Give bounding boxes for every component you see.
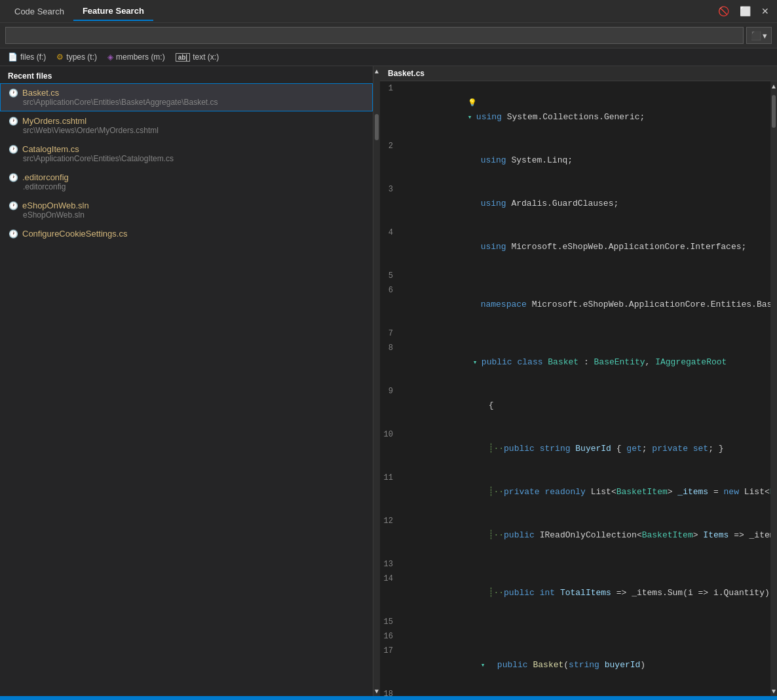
recent-file-path-3: .editorconfig bbox=[23, 182, 364, 191]
code-line-12: 12 ┊··public IReadOnlyCollection<BasketI… bbox=[380, 514, 770, 557]
line-num-6: 6 bbox=[380, 283, 404, 298]
scroll-thumb[interactable] bbox=[375, 114, 379, 140]
filter-members-label: members (m:) bbox=[116, 52, 165, 62]
filter-text-label: text (x:) bbox=[193, 52, 219, 62]
recent-item-0[interactable]: 🕐 Basket.cs src\ApplicationCore\Entities… bbox=[0, 83, 373, 111]
clock-icon-0: 🕐 bbox=[9, 88, 18, 98]
recent-item-name-0: 🕐 Basket.cs bbox=[9, 88, 364, 98]
members-icon: ◈ bbox=[107, 52, 113, 62]
line-num-3: 3 bbox=[380, 182, 404, 197]
title-bar-actions: 🚫 ⬜ ✕ bbox=[715, 5, 772, 18]
line-num-8: 8 bbox=[380, 341, 404, 355]
code-line-6: 6 namespace Microsoft.eShopWeb.Applicati… bbox=[380, 283, 770, 326]
recent-files-header: Recent files bbox=[0, 66, 373, 83]
recent-item-3[interactable]: 🕐 .editorconfig .editorconfig bbox=[0, 168, 373, 196]
line-num-15: 15 bbox=[380, 615, 404, 629]
line-num-5: 5 bbox=[380, 269, 404, 283]
left-panel-scrollbar[interactable]: ▲ ▼ bbox=[373, 66, 380, 696]
filter-types-label: types (t:) bbox=[66, 52, 97, 62]
line-num-11: 11 bbox=[380, 471, 404, 485]
code-scroll-up[interactable]: ▲ bbox=[770, 81, 777, 90]
filter-members[interactable]: ◈ members (m:) bbox=[107, 52, 165, 62]
left-panel: Recent files 🕐 Basket.cs src\Application… bbox=[0, 66, 373, 696]
code-editor[interactable]: 1 💡 ▾ using System.Collections.Generic; … bbox=[380, 81, 770, 696]
restore-icon[interactable]: ⬜ bbox=[737, 5, 753, 18]
recent-files-list: 🕐 Basket.cs src\ApplicationCore\Entities… bbox=[0, 83, 373, 696]
line-content-5 bbox=[404, 269, 768, 283]
scroll-up-arrow[interactable]: ▲ bbox=[373, 66, 380, 75]
line-content-18: { bbox=[404, 687, 768, 696]
code-line-3: 3 using Ardalis.GuardClauses; bbox=[380, 182, 770, 225]
line-content-6: namespace Microsoft.eShopWeb.Application… bbox=[404, 283, 770, 326]
recent-item-name-1: 🕐 MyOrders.cshtml bbox=[9, 116, 364, 126]
clock-icon-2: 🕐 bbox=[9, 145, 18, 154]
code-file-header: Basket.cs bbox=[380, 66, 777, 81]
close-icon[interactable]: ✕ bbox=[759, 5, 772, 18]
line-content-15 bbox=[404, 615, 768, 629]
line-content-8: ▾ public class Basket : BaseEntity, IAgg… bbox=[404, 341, 768, 384]
collapse-btn-1[interactable]: ▾ bbox=[468, 113, 476, 121]
recent-file-path-2: src\ApplicationCore\Entities\CatalogItem… bbox=[23, 154, 364, 163]
scroll-down-arrow[interactable]: ▼ bbox=[373, 688, 380, 696]
recent-file-name-3: .editorconfig bbox=[22, 172, 69, 182]
recent-file-name-5: ConfigureCookieSettings.cs bbox=[22, 229, 127, 239]
filter-text[interactable]: ab| text (x:) bbox=[176, 52, 219, 62]
collapse-btn-8[interactable]: ▾ bbox=[473, 359, 482, 366]
line-num-13: 13 bbox=[380, 557, 404, 572]
code-line-1: 1 💡 ▾ using System.Collections.Generic; bbox=[380, 81, 770, 139]
types-icon: ⚙ bbox=[56, 52, 64, 62]
recent-item-5[interactable]: 🕐 ConfigureCookieSettings.cs bbox=[0, 224, 373, 243]
code-scrollbar[interactable]: ▲ ▼ bbox=[770, 81, 777, 696]
recent-item-name-4: 🕐 eShopOnWeb.sln bbox=[9, 201, 364, 210]
recent-item-4[interactable]: 🕐 eShopOnWeb.sln eShopOnWeb.sln bbox=[0, 196, 373, 224]
right-panel: Basket.cs 1 💡 ▾ using System.Collections… bbox=[380, 66, 777, 696]
search-options-button[interactable]: ⬛ ▾ bbox=[746, 27, 772, 44]
recent-item-1[interactable]: 🕐 MyOrders.cshtml src\Web\Views\Order\My… bbox=[0, 111, 373, 140]
disable-icon[interactable]: 🚫 bbox=[715, 5, 732, 18]
code-line-5: 5 bbox=[380, 269, 770, 283]
line-content-16 bbox=[404, 629, 768, 644]
search-input[interactable] bbox=[5, 27, 744, 44]
filter-row: 📄 files (f:) ⚙ types (t:) ◈ members (m:)… bbox=[0, 49, 777, 66]
code-scroll-thumb[interactable] bbox=[772, 95, 776, 128]
line-num-1: 1 bbox=[380, 81, 404, 96]
line-content-11: ┊··private readonly List<BasketItem> _it… bbox=[404, 471, 770, 514]
line-num-14: 14 bbox=[380, 572, 404, 586]
filter-types[interactable]: ⚙ types (t:) bbox=[56, 52, 97, 62]
tab-code-search[interactable]: Code Search bbox=[5, 3, 73, 20]
recent-item-2[interactable]: 🕐 CatalogItem.cs src\ApplicationCore\Ent… bbox=[0, 140, 373, 168]
tab-feature-search[interactable]: Feature Search bbox=[73, 2, 153, 21]
code-line-11: 11 ┊··private readonly List<BasketItem> … bbox=[380, 471, 770, 514]
line-content-13 bbox=[404, 557, 768, 572]
line-content-2: using System.Linq; bbox=[404, 139, 768, 182]
line-num-7: 7 bbox=[380, 326, 404, 341]
code-line-8: 8 ▾ public class Basket : BaseEntity, IA… bbox=[380, 341, 770, 384]
search-bar-area: ⬛ ▾ bbox=[0, 23, 777, 49]
code-line-18: 18 { bbox=[380, 687, 770, 696]
clock-icon-4: 🕐 bbox=[9, 201, 18, 210]
code-file-name: Basket.cs bbox=[388, 69, 425, 78]
filter-files[interactable]: 📄 files (f:) bbox=[8, 52, 46, 62]
text-icon: ab| bbox=[176, 53, 190, 62]
code-line-14: 14 ┊··public int TotalItems => _items.Su… bbox=[380, 572, 770, 615]
recent-file-name-4: eShopOnWeb.sln bbox=[22, 201, 89, 210]
clock-icon-1: 🕐 bbox=[9, 117, 18, 126]
collapse-btn-17[interactable]: ▾ bbox=[481, 661, 489, 669]
line-content-10: ┊··public string BuyerId { get; private … bbox=[404, 427, 768, 471]
line-content-12: ┊··public IReadOnlyCollection<BasketItem… bbox=[404, 514, 770, 557]
code-scroll-down[interactable]: ▼ bbox=[770, 688, 777, 696]
line-num-16: 16 bbox=[380, 629, 404, 644]
recent-file-name-2: CatalogItem.cs bbox=[22, 144, 79, 154]
status-bar: Ln: 1 Ch: 1 ▶ bbox=[0, 696, 777, 700]
file-icon: 📄 bbox=[8, 52, 18, 62]
layout-icon: ⬛ bbox=[751, 31, 761, 41]
line-num-10: 10 bbox=[380, 427, 404, 442]
line-content-17: ▾ public Basket(string buyerId) bbox=[404, 644, 768, 687]
lightbulb-icon: 💡 bbox=[468, 99, 477, 107]
recent-file-name-1: MyOrders.cshtml bbox=[22, 116, 86, 126]
code-line-17: 17 ▾ public Basket(string buyerId) bbox=[380, 644, 770, 687]
recent-item-name-3: 🕐 .editorconfig bbox=[9, 172, 364, 182]
chevron-down-icon: ▾ bbox=[763, 31, 767, 41]
clock-icon-3: 🕐 bbox=[9, 173, 18, 182]
line-num-9: 9 bbox=[380, 384, 404, 399]
